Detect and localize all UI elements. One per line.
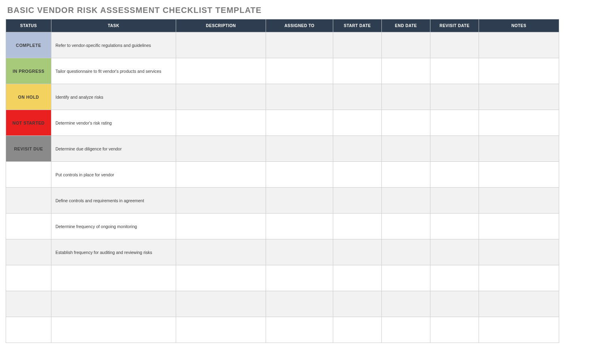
cell-assigned-to[interactable] [266, 317, 333, 343]
cell-assigned-to[interactable] [266, 188, 333, 214]
cell-notes[interactable] [479, 317, 559, 343]
cell-end-date[interactable] [382, 162, 430, 188]
cell-notes[interactable] [479, 136, 559, 162]
cell-description[interactable] [176, 162, 266, 188]
cell-status[interactable] [6, 265, 51, 291]
cell-task[interactable]: Determine due diligence for vendor [51, 136, 176, 162]
cell-notes[interactable] [479, 214, 559, 239]
cell-start-date[interactable] [333, 32, 382, 58]
cell-assigned-to[interactable] [266, 162, 333, 188]
cell-end-date[interactable] [382, 188, 430, 214]
cell-end-date[interactable] [382, 32, 430, 58]
cell-task[interactable]: Refer to vendor-specific regulations and… [51, 32, 176, 58]
cell-description[interactable] [176, 58, 266, 84]
cell-description[interactable] [176, 32, 266, 58]
cell-revisit-date[interactable] [430, 32, 479, 58]
cell-description[interactable] [176, 291, 266, 317]
cell-task[interactable]: Determine frequency of ongoing monitorin… [51, 214, 176, 239]
cell-start-date[interactable] [333, 136, 382, 162]
cell-task[interactable]: Tailor questionnaire to fit vendor's pro… [51, 58, 176, 84]
cell-end-date[interactable] [382, 110, 430, 136]
cell-description[interactable] [176, 110, 266, 136]
cell-revisit-date[interactable] [430, 58, 479, 84]
cell-start-date[interactable] [333, 188, 382, 214]
cell-revisit-date[interactable] [430, 214, 479, 239]
cell-status[interactable]: REVISIT DUE [6, 136, 51, 162]
cell-description[interactable] [176, 84, 266, 110]
cell-task[interactable]: Determine vendor's risk rating [51, 110, 176, 136]
cell-end-date[interactable] [382, 265, 430, 291]
cell-notes[interactable] [479, 188, 559, 214]
cell-notes[interactable] [479, 162, 559, 188]
cell-revisit-date[interactable] [430, 188, 479, 214]
cell-end-date[interactable] [382, 136, 430, 162]
cell-assigned-to[interactable] [266, 265, 333, 291]
cell-start-date[interactable] [333, 162, 382, 188]
cell-revisit-date[interactable] [430, 84, 479, 110]
cell-assigned-to[interactable] [266, 110, 333, 136]
cell-task[interactable]: Put controls in place for vendor [51, 162, 176, 188]
checklist-table: STATUS TASK DESCRIPTION ASSIGNED TO STAR… [6, 19, 559, 343]
cell-task[interactable]: Establish frequency for auditing and rev… [51, 239, 176, 265]
cell-end-date[interactable] [382, 239, 430, 265]
col-edate: END DATE [382, 19, 430, 32]
cell-revisit-date[interactable] [430, 265, 479, 291]
cell-revisit-date[interactable] [430, 239, 479, 265]
cell-start-date[interactable] [333, 110, 382, 136]
cell-end-date[interactable] [382, 317, 430, 343]
cell-notes[interactable] [479, 110, 559, 136]
table-row: NOT STARTEDDetermine vendor's risk ratin… [6, 110, 559, 136]
table-row: Determine frequency of ongoing monitorin… [6, 214, 559, 239]
cell-status[interactable] [6, 188, 51, 214]
cell-notes[interactable] [479, 58, 559, 84]
cell-assigned-to[interactable] [266, 239, 333, 265]
cell-revisit-date[interactable] [430, 291, 479, 317]
cell-revisit-date[interactable] [430, 162, 479, 188]
cell-start-date[interactable] [333, 317, 382, 343]
cell-start-date[interactable] [333, 58, 382, 84]
cell-task[interactable]: Define controls and requirements in agre… [51, 188, 176, 214]
cell-status[interactable]: COMPLETE [6, 32, 51, 58]
cell-start-date[interactable] [333, 214, 382, 239]
cell-notes[interactable] [479, 291, 559, 317]
cell-task[interactable]: Identify and analyze risks [51, 84, 176, 110]
cell-task[interactable] [51, 317, 176, 343]
cell-start-date[interactable] [333, 265, 382, 291]
cell-task[interactable] [51, 291, 176, 317]
cell-start-date[interactable] [333, 291, 382, 317]
cell-task[interactable] [51, 265, 176, 291]
cell-status[interactable]: IN PROGRESS [6, 58, 51, 84]
cell-notes[interactable] [479, 239, 559, 265]
cell-notes[interactable] [479, 265, 559, 291]
cell-description[interactable] [176, 136, 266, 162]
cell-revisit-date[interactable] [430, 317, 479, 343]
cell-status[interactable] [6, 317, 51, 343]
cell-end-date[interactable] [382, 291, 430, 317]
cell-revisit-date[interactable] [430, 110, 479, 136]
cell-notes[interactable] [479, 32, 559, 58]
cell-end-date[interactable] [382, 58, 430, 84]
cell-end-date[interactable] [382, 214, 430, 239]
cell-start-date[interactable] [333, 239, 382, 265]
cell-status[interactable]: ON HOLD [6, 84, 51, 110]
cell-assigned-to[interactable] [266, 136, 333, 162]
cell-status[interactable]: NOT STARTED [6, 110, 51, 136]
cell-assigned-to[interactable] [266, 32, 333, 58]
cell-notes[interactable] [479, 84, 559, 110]
cell-assigned-to[interactable] [266, 58, 333, 84]
cell-end-date[interactable] [382, 84, 430, 110]
cell-status[interactable] [6, 214, 51, 239]
cell-assigned-to[interactable] [266, 84, 333, 110]
cell-revisit-date[interactable] [430, 136, 479, 162]
cell-description[interactable] [176, 265, 266, 291]
cell-status[interactable] [6, 162, 51, 188]
cell-assigned-to[interactable] [266, 214, 333, 239]
cell-start-date[interactable] [333, 84, 382, 110]
cell-description[interactable] [176, 214, 266, 239]
cell-description[interactable] [176, 188, 266, 214]
cell-assigned-to[interactable] [266, 291, 333, 317]
cell-status[interactable] [6, 291, 51, 317]
cell-description[interactable] [176, 317, 266, 343]
cell-description[interactable] [176, 239, 266, 265]
cell-status[interactable] [6, 239, 51, 265]
